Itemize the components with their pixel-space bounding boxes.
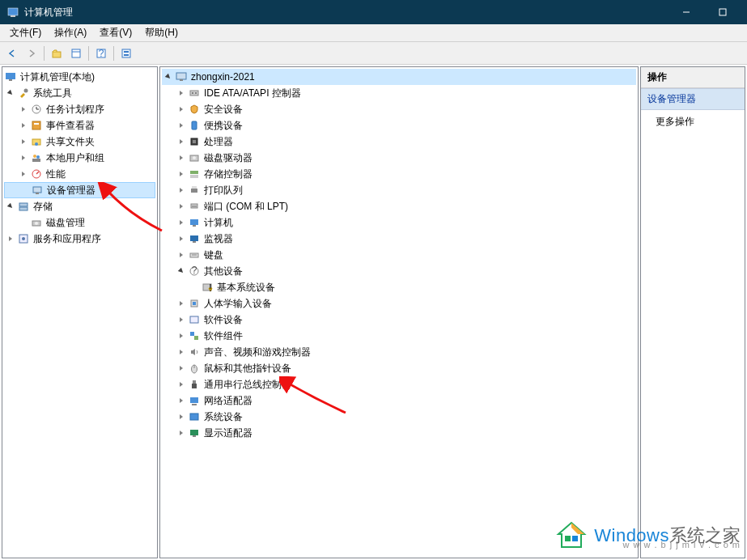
tree-computer-category[interactable]: 计算机: [162, 214, 636, 231]
tree-sound-controllers[interactable]: 声音、视频和游戏控制器: [162, 344, 636, 360]
tree-other-devices[interactable]: ? 其他设备: [162, 263, 636, 279]
expand-icon[interactable]: [175, 184, 188, 197]
expand-icon[interactable]: [175, 313, 188, 326]
tree-display-adapters[interactable]: 显示适配器: [162, 425, 636, 441]
menu-help[interactable]: 帮助(H): [138, 24, 185, 41]
tree-storage[interactable]: 存储: [4, 198, 155, 214]
expand-icon[interactable]: [175, 232, 188, 245]
tree-software-components[interactable]: 软件组件: [162, 328, 636, 344]
expand-icon[interactable]: [175, 378, 188, 391]
tree-shared-folders[interactable]: 共享文件夹: [4, 134, 155, 150]
expand-icon[interactable]: [175, 362, 188, 375]
svg-rect-11: [124, 54, 129, 56]
tree-system-devices[interactable]: 系统设备: [162, 409, 636, 425]
storage-controller-icon: [188, 168, 201, 180]
expand-icon[interactable]: [17, 135, 30, 148]
expand-icon[interactable]: [175, 410, 188, 423]
tree-label: IDE ATA/ATAPI 控制器: [202, 87, 303, 100]
back-button[interactable]: [3, 45, 21, 62]
expand-icon[interactable]: [175, 119, 188, 132]
expand-icon[interactable]: [175, 103, 188, 116]
tree-label: 声音、视频和游戏控制器: [202, 346, 312, 359]
menu-file[interactable]: 文件(F): [3, 24, 48, 41]
svg-rect-29: [19, 203, 28, 206]
tree-label: 通用串行总线控制器: [202, 378, 293, 392]
tree-label: 软件设备: [202, 313, 244, 327]
svg-rect-71: [193, 380, 196, 384]
tree-ports[interactable]: 端口 (COM 和 LPT): [162, 198, 636, 214]
collapse-icon[interactable]: [162, 70, 175, 83]
tree-device-manager[interactable]: 设备管理器: [4, 182, 155, 198]
minimize-button[interactable]: [668, 0, 704, 24]
tree-storage-controllers[interactable]: 存储控制器: [162, 166, 636, 182]
tree-label: 存储: [32, 200, 54, 214]
tree-processors[interactable]: 处理器: [162, 134, 636, 150]
expand-icon[interactable]: [175, 135, 188, 148]
expand-icon[interactable]: [175, 329, 188, 342]
tree-system-tools[interactable]: 系统工具: [4, 85, 155, 101]
tree-label: 鼠标和其他指针设备: [202, 362, 293, 375]
tree-disk-management[interactable]: 磁盘管理: [4, 214, 155, 231]
maximize-button[interactable]: [704, 0, 741, 24]
more-actions-button[interactable]: 更多操作: [641, 110, 745, 134]
tree-label: 磁盘驱动器: [202, 151, 254, 165]
svg-rect-30: [19, 207, 28, 210]
tree-monitors[interactable]: 监视器: [162, 231, 636, 247]
expand-icon[interactable]: [4, 232, 17, 245]
svg-text:?: ?: [192, 265, 197, 276]
forward-button[interactable]: [23, 45, 40, 62]
expand-icon[interactable]: [175, 87, 188, 100]
collapse-icon[interactable]: [4, 87, 17, 100]
expand-icon[interactable]: [175, 248, 188, 261]
svg-rect-73: [190, 397, 198, 403]
refresh-button[interactable]: [117, 45, 135, 62]
tree-disk-drives[interactable]: 磁盘驱动器: [162, 150, 636, 166]
view-button-1[interactable]: [67, 45, 85, 62]
help-button[interactable]: ?: [92, 45, 110, 62]
tree-label: 监视器: [202, 232, 235, 246]
expand-icon[interactable]: [175, 346, 188, 358]
toolbar-separator: [88, 46, 89, 61]
tree-label: 其他设备: [202, 265, 244, 278]
expand-icon[interactable]: [17, 103, 30, 116]
expand-icon[interactable]: [175, 394, 188, 407]
expand-icon[interactable]: [175, 216, 188, 229]
tree-hid[interactable]: 人体学输入设备: [162, 295, 636, 312]
tree-keyboards[interactable]: 键盘: [162, 247, 636, 263]
expand-icon[interactable]: [17, 119, 30, 132]
tree-root-computer-management[interactable]: 计算机管理(本地): [4, 69, 155, 85]
expand-icon[interactable]: [175, 168, 188, 180]
security-icon: [188, 103, 201, 116]
menu-view[interactable]: 查看(V): [93, 24, 138, 41]
collapse-icon[interactable]: [175, 265, 188, 278]
expand-icon[interactable]: [175, 200, 188, 213]
expand-icon[interactable]: [175, 297, 188, 310]
expand-icon[interactable]: [175, 426, 188, 439]
tree-task-scheduler[interactable]: 任务计划程序: [4, 101, 155, 117]
menu-action[interactable]: 操作(A): [48, 24, 93, 41]
tree-label: 计算机: [202, 216, 235, 230]
tree-usb-controllers[interactable]: 通用串行总线控制器: [162, 376, 636, 392]
collapse-icon[interactable]: [4, 200, 17, 213]
tree-print-queues[interactable]: 打印队列: [162, 182, 636, 198]
expand-icon[interactable]: [17, 151, 30, 164]
expand-icon[interactable]: [17, 168, 30, 180]
tree-ide-controllers[interactable]: IDE ATA/ATAPI 控制器: [162, 85, 636, 101]
tree-network-adapters[interactable]: 网络适配器: [162, 392, 636, 409]
tree-services-apps[interactable]: 服务和应用程序: [4, 231, 155, 247]
svg-point-50: [192, 206, 193, 206]
tree-event-viewer[interactable]: 事件查看器: [4, 117, 155, 134]
up-button[interactable]: [48, 45, 66, 62]
tree-mice[interactable]: 鼠标和其他指针设备: [162, 360, 636, 376]
tree-local-users[interactable]: 本地用户和组: [4, 150, 155, 166]
tree-label: 端口 (COM 和 LPT): [202, 200, 290, 214]
tree-software-devices[interactable]: 软件设备: [162, 312, 636, 328]
tree-label: 事件查看器: [45, 119, 96, 133]
actions-panel: 操作 设备管理器 更多操作: [640, 66, 745, 558]
expand-icon[interactable]: [175, 151, 188, 164]
tree-security-devices[interactable]: 安全设备: [162, 101, 636, 117]
tree-base-system-device[interactable]: ! 基本系统设备: [162, 279, 636, 295]
tree-portable-devices[interactable]: 便携设备: [162, 117, 636, 134]
tree-performance[interactable]: 性能: [4, 166, 155, 182]
tree-computer-root[interactable]: zhongxin-2021: [162, 69, 636, 85]
